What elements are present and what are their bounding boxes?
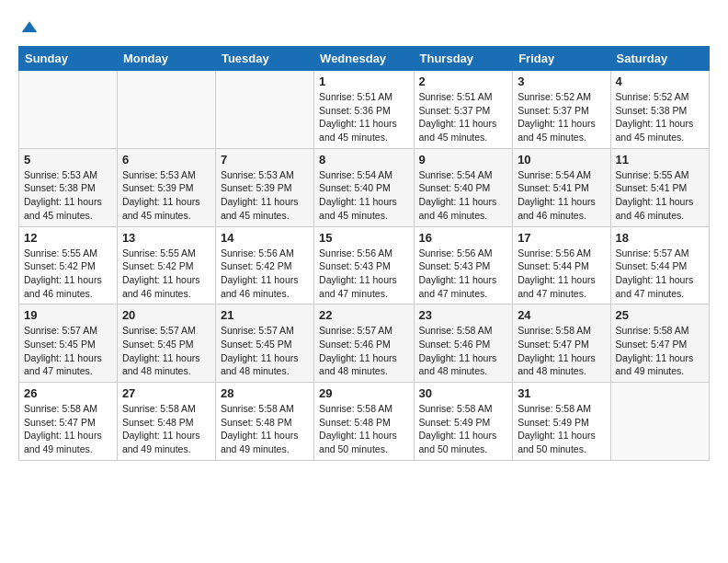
calendar-cell: 10Sunrise: 5:54 AM Sunset: 5:41 PM Dayli…	[513, 148, 610, 226]
day-info: Sunrise: 5:56 AM Sunset: 5:42 PM Dayligh…	[221, 247, 309, 301]
logo-icon	[20, 18, 39, 37]
calendar-cell: 3Sunrise: 5:52 AM Sunset: 5:37 PM Daylig…	[513, 71, 610, 149]
calendar-cell: 18Sunrise: 5:57 AM Sunset: 5:44 PM Dayli…	[610, 226, 709, 304]
calendar-cell: 20Sunrise: 5:57 AM Sunset: 5:45 PM Dayli…	[117, 304, 215, 383]
calendar-cell	[117, 71, 215, 149]
day-number: 31	[518, 386, 605, 400]
calendar-cell: 1Sunrise: 5:51 AM Sunset: 5:36 PM Daylig…	[314, 71, 414, 149]
day-info: Sunrise: 5:54 AM Sunset: 5:40 PM Dayligh…	[419, 168, 508, 223]
day-number: 17	[518, 231, 605, 245]
calendar-cell: 24Sunrise: 5:58 AM Sunset: 5:47 PM Dayli…	[513, 304, 610, 383]
calendar-body: 1Sunrise: 5:51 AM Sunset: 5:36 PM Daylig…	[19, 71, 710, 461]
day-header-tuesday: Tuesday	[215, 47, 313, 71]
day-header-saturday: Saturday	[610, 47, 709, 71]
day-info: Sunrise: 5:58 AM Sunset: 5:48 PM Dayligh…	[122, 402, 210, 456]
day-info: Sunrise: 5:57 AM Sunset: 5:46 PM Dayligh…	[319, 324, 408, 378]
day-number: 20	[122, 308, 210, 322]
day-number: 4	[616, 75, 704, 88]
day-number: 19	[24, 308, 112, 322]
calendar-cell	[610, 383, 709, 461]
day-info: Sunrise: 5:56 AM Sunset: 5:43 PM Dayligh…	[419, 247, 508, 301]
day-info: Sunrise: 5:57 AM Sunset: 5:45 PM Dayligh…	[24, 324, 112, 378]
day-info: Sunrise: 5:58 AM Sunset: 5:47 PM Dayligh…	[616, 324, 704, 378]
day-number: 23	[419, 308, 508, 322]
day-number: 16	[419, 231, 508, 245]
calendar-cell: 22Sunrise: 5:57 AM Sunset: 5:46 PM Dayli…	[314, 304, 414, 383]
day-number: 22	[319, 308, 408, 322]
day-info: Sunrise: 5:58 AM Sunset: 5:48 PM Dayligh…	[221, 402, 309, 456]
day-info: Sunrise: 5:53 AM Sunset: 5:38 PM Dayligh…	[24, 168, 112, 223]
calendar-cell: 12Sunrise: 5:55 AM Sunset: 5:42 PM Dayli…	[19, 226, 118, 304]
calendar-week-row: 1Sunrise: 5:51 AM Sunset: 5:36 PM Daylig…	[19, 71, 710, 149]
day-number: 5	[24, 153, 112, 167]
day-number: 8	[319, 153, 408, 167]
day-info: Sunrise: 5:51 AM Sunset: 5:37 PM Dayligh…	[419, 90, 508, 144]
day-number: 18	[616, 231, 704, 245]
day-info: Sunrise: 5:58 AM Sunset: 5:47 PM Dayligh…	[24, 402, 112, 456]
calendar-cell: 5Sunrise: 5:53 AM Sunset: 5:38 PM Daylig…	[19, 148, 118, 226]
day-header-thursday: Thursday	[414, 47, 513, 71]
day-number: 24	[518, 308, 605, 322]
day-info: Sunrise: 5:55 AM Sunset: 5:41 PM Dayligh…	[616, 168, 704, 223]
day-info: Sunrise: 5:58 AM Sunset: 5:49 PM Dayligh…	[419, 402, 508, 456]
calendar-cell: 6Sunrise: 5:53 AM Sunset: 5:39 PM Daylig…	[117, 148, 215, 226]
day-number: 7	[221, 153, 309, 167]
calendar-cell	[215, 71, 313, 149]
day-info: Sunrise: 5:57 AM Sunset: 5:45 PM Dayligh…	[122, 324, 210, 378]
calendar-cell: 31Sunrise: 5:58 AM Sunset: 5:49 PM Dayli…	[513, 383, 610, 461]
day-number: 15	[319, 231, 408, 245]
day-info: Sunrise: 5:53 AM Sunset: 5:39 PM Dayligh…	[122, 168, 210, 223]
page-header	[18, 18, 710, 37]
calendar-cell: 16Sunrise: 5:56 AM Sunset: 5:43 PM Dayli…	[414, 226, 513, 304]
day-number: 27	[122, 386, 210, 400]
calendar-cell: 13Sunrise: 5:55 AM Sunset: 5:42 PM Dayli…	[117, 226, 215, 304]
calendar-table: SundayMondayTuesdayWednesdayThursdayFrid…	[18, 46, 710, 461]
day-info: Sunrise: 5:52 AM Sunset: 5:37 PM Dayligh…	[518, 90, 605, 144]
calendar-cell: 4Sunrise: 5:52 AM Sunset: 5:38 PM Daylig…	[610, 71, 709, 149]
calendar-cell: 28Sunrise: 5:58 AM Sunset: 5:48 PM Dayli…	[215, 383, 313, 461]
calendar-cell: 11Sunrise: 5:55 AM Sunset: 5:41 PM Dayli…	[610, 148, 709, 226]
day-number: 9	[419, 153, 508, 167]
calendar-cell: 30Sunrise: 5:58 AM Sunset: 5:49 PM Dayli…	[414, 383, 513, 461]
calendar-header-row: SundayMondayTuesdayWednesdayThursdayFrid…	[19, 47, 710, 71]
day-info: Sunrise: 5:54 AM Sunset: 5:40 PM Dayligh…	[319, 168, 408, 223]
day-info: Sunrise: 5:51 AM Sunset: 5:36 PM Dayligh…	[319, 90, 408, 144]
day-info: Sunrise: 5:55 AM Sunset: 5:42 PM Dayligh…	[122, 247, 210, 301]
day-number: 21	[221, 308, 309, 322]
calendar-cell: 26Sunrise: 5:58 AM Sunset: 5:47 PM Dayli…	[19, 383, 118, 461]
calendar-cell: 14Sunrise: 5:56 AM Sunset: 5:42 PM Dayli…	[215, 226, 313, 304]
day-number: 28	[221, 386, 309, 400]
day-number: 6	[122, 153, 210, 167]
day-number: 26	[24, 386, 112, 400]
day-number: 25	[616, 308, 704, 322]
calendar-cell: 23Sunrise: 5:58 AM Sunset: 5:46 PM Dayli…	[414, 304, 513, 383]
day-info: Sunrise: 5:58 AM Sunset: 5:47 PM Dayligh…	[518, 324, 605, 378]
calendar-cell: 15Sunrise: 5:56 AM Sunset: 5:43 PM Dayli…	[314, 226, 414, 304]
day-info: Sunrise: 5:58 AM Sunset: 5:49 PM Dayligh…	[518, 402, 605, 456]
calendar-week-row: 26Sunrise: 5:58 AM Sunset: 5:47 PM Dayli…	[19, 383, 710, 461]
calendar-cell: 2Sunrise: 5:51 AM Sunset: 5:37 PM Daylig…	[414, 71, 513, 149]
calendar-cell: 7Sunrise: 5:53 AM Sunset: 5:39 PM Daylig…	[215, 148, 313, 226]
day-info: Sunrise: 5:57 AM Sunset: 5:44 PM Dayligh…	[616, 247, 704, 301]
day-number: 13	[122, 231, 210, 245]
day-header-wednesday: Wednesday	[314, 47, 414, 71]
day-header-monday: Monday	[117, 47, 215, 71]
day-number: 3	[518, 75, 605, 88]
calendar-week-row: 12Sunrise: 5:55 AM Sunset: 5:42 PM Dayli…	[19, 226, 710, 304]
calendar-cell: 25Sunrise: 5:58 AM Sunset: 5:47 PM Dayli…	[610, 304, 709, 383]
day-info: Sunrise: 5:58 AM Sunset: 5:48 PM Dayligh…	[319, 402, 408, 456]
day-number: 30	[419, 386, 508, 400]
day-info: Sunrise: 5:53 AM Sunset: 5:39 PM Dayligh…	[221, 168, 309, 223]
calendar-cell: 21Sunrise: 5:57 AM Sunset: 5:45 PM Dayli…	[215, 304, 313, 383]
calendar-cell: 29Sunrise: 5:58 AM Sunset: 5:48 PM Dayli…	[314, 383, 414, 461]
calendar-cell: 9Sunrise: 5:54 AM Sunset: 5:40 PM Daylig…	[414, 148, 513, 226]
day-number: 2	[419, 75, 508, 88]
day-info: Sunrise: 5:54 AM Sunset: 5:41 PM Dayligh…	[518, 168, 605, 223]
calendar-cell	[19, 71, 118, 149]
calendar-cell: 27Sunrise: 5:58 AM Sunset: 5:48 PM Dayli…	[117, 383, 215, 461]
logo	[18, 18, 39, 37]
day-info: Sunrise: 5:56 AM Sunset: 5:43 PM Dayligh…	[319, 247, 408, 301]
day-header-friday: Friday	[513, 47, 610, 71]
day-number: 11	[616, 153, 704, 167]
day-number: 29	[319, 386, 408, 400]
